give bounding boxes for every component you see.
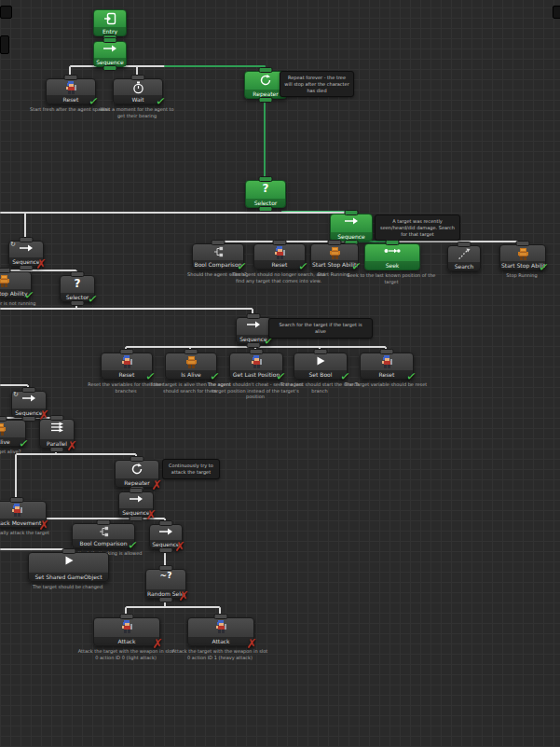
incoming-connection-tab[interactable] bbox=[131, 75, 145, 80]
comment-box: A target was recently seen/heard/did dam… bbox=[375, 214, 460, 241]
node-reset-search[interactable]: Reset✓ bbox=[253, 243, 306, 270]
repeater-icon bbox=[116, 463, 158, 476]
outgoing-connection-tab[interactable] bbox=[247, 342, 261, 348]
node-label: Start Stop Ability bbox=[500, 261, 545, 270]
outgoing-connection-tab[interactable] bbox=[50, 447, 64, 452]
incoming-connection-tab[interactable] bbox=[184, 349, 198, 354]
incoming-connection-tab[interactable] bbox=[214, 614, 228, 619]
incoming-connection-tab[interactable] bbox=[212, 240, 225, 245]
incoming-connection-tab[interactable] bbox=[0, 416, 7, 422]
incoming-connection-tab[interactable] bbox=[22, 387, 36, 393]
node-comment: Is the target alive? bbox=[0, 449, 36, 455]
node-selector-main[interactable]: ?Selector bbox=[245, 180, 286, 208]
outgoing-connection-tab[interactable] bbox=[159, 597, 173, 602]
incoming-connection-tab[interactable] bbox=[97, 519, 111, 525]
node-label: Attack bbox=[94, 637, 159, 645]
node-comment: Seek to the last known position of the t… bbox=[348, 272, 436, 284]
incoming-connection-tab[interactable] bbox=[50, 415, 64, 421]
incoming-connection-tab[interactable] bbox=[120, 614, 134, 619]
connection-line bbox=[164, 65, 266, 67]
node-parallel[interactable]: Parallel✗ bbox=[39, 419, 75, 449]
outgoing-connection-tab[interactable] bbox=[103, 65, 117, 71]
outgoing-connection-tab[interactable] bbox=[159, 547, 173, 553]
node-sequence-left[interactable]: ↻Sequence✗ bbox=[8, 241, 44, 267]
sequence-icon bbox=[9, 243, 43, 253]
node-label: Bool Comparison bbox=[193, 260, 243, 269]
node-label: Start Stop Ability bbox=[0, 289, 31, 297]
node-get-last-position[interactable]: Get Last Position✓ bbox=[229, 353, 283, 380]
node-set-bool[interactable]: Set Bool✓ bbox=[294, 353, 348, 380]
node-entry[interactable]: Entry bbox=[93, 9, 127, 36]
node-random-selector[interactable]: ~?Random Selector✗ bbox=[145, 569, 186, 599]
incoming-connection-tab[interactable] bbox=[386, 240, 400, 245]
outgoing-connection-tab[interactable] bbox=[20, 265, 34, 270]
node-sequence-attack-root[interactable]: ↻Sequence✗ bbox=[11, 391, 47, 418]
incoming-connection-tab[interactable] bbox=[64, 75, 78, 80]
incoming-connection-tab[interactable] bbox=[61, 548, 75, 554]
incoming-connection-tab[interactable] bbox=[314, 349, 328, 354]
node-is-alive-attack[interactable]: Is Alive✓ bbox=[0, 420, 26, 447]
node-reset-variables[interactable]: Reset✓ bbox=[101, 353, 153, 380]
incoming-connection-tab[interactable] bbox=[20, 237, 34, 242]
node-seek[interactable]: Seek bbox=[364, 243, 420, 270]
sprite-orc-icon bbox=[500, 247, 545, 261]
incoming-connection-tab[interactable] bbox=[380, 349, 394, 354]
behavior-tree-canvas[interactable]: EntrySequenceReset✓Start fresh after the… bbox=[0, 0, 560, 747]
node-attack-heavy[interactable]: Attack✗ bbox=[187, 617, 254, 646]
node-search[interactable]: Search bbox=[447, 245, 481, 271]
sequence-icon bbox=[150, 527, 182, 536]
offscreen-node-fragment bbox=[553, 6, 560, 19]
node-sequence-root[interactable]: Sequence bbox=[93, 41, 127, 67]
bool-icon bbox=[193, 246, 243, 257]
node-sequence-search-target[interactable]: Sequence bbox=[330, 214, 373, 242]
incoming-connection-tab[interactable] bbox=[0, 268, 11, 273]
incoming-connection-tab[interactable] bbox=[259, 67, 273, 73]
incoming-connection-tab[interactable] bbox=[103, 37, 117, 43]
incoming-connection-tab[interactable] bbox=[250, 349, 264, 354]
node-comment: The agent should start the search branch bbox=[277, 381, 362, 394]
incoming-connection-tab[interactable] bbox=[345, 210, 359, 215]
incoming-connection-tab[interactable] bbox=[10, 497, 24, 503]
node-comment: Continually attack the target bbox=[0, 530, 58, 536]
node-comment: If the target is alive then the agent sh… bbox=[143, 381, 237, 394]
outgoing-connection-tab[interactable] bbox=[259, 206, 273, 212]
node-label: Set Bool bbox=[294, 370, 347, 379]
node-comment: The target should be changed bbox=[21, 584, 115, 590]
node-bool-comparison-search[interactable]: Bool Comparison✓ bbox=[192, 243, 244, 270]
incoming-connection-tab[interactable] bbox=[120, 349, 134, 354]
node-attack-light[interactable]: Attack✗ bbox=[93, 617, 160, 646]
node-sequence-search-alive[interactable]: Sequence✓ bbox=[236, 317, 271, 344]
incoming-connection-tab[interactable] bbox=[130, 488, 143, 493]
outgoing-connection-tab[interactable] bbox=[259, 97, 273, 103]
incoming-connection-tab[interactable] bbox=[328, 240, 342, 245]
incoming-connection-tab[interactable] bbox=[130, 456, 144, 462]
node-start-stop-ability-stop[interactable]: Start Stop Ability✓ bbox=[499, 244, 546, 270]
node-set-shared-gameobject[interactable]: Set Shared GameObject bbox=[28, 552, 109, 582]
node-label: Start Stop Ability bbox=[311, 260, 358, 269]
node-attack-movement[interactable]: Attack Movement✗ bbox=[0, 501, 47, 528]
node-bool-comparison-attack[interactable]: Bool Comparison✓ bbox=[72, 523, 135, 548]
outgoing-connection-tab[interactable] bbox=[71, 300, 85, 306]
incoming-connection-tab[interactable] bbox=[273, 240, 287, 245]
node-comment: Reset the variables for the lower branch… bbox=[83, 381, 169, 394]
sprite-knight-icon bbox=[230, 355, 282, 369]
selector-icon: ? bbox=[61, 278, 94, 289]
node-is-alive-search[interactable]: Is Alive✓ bbox=[165, 353, 217, 380]
node-start-stop-ability-run[interactable]: Start Stop Ability✓ bbox=[310, 243, 359, 270]
node-reset-spawn[interactable]: Reset✓ bbox=[46, 78, 96, 104]
outgoing-connection-tab[interactable] bbox=[130, 516, 143, 521]
node-sequence-attack[interactable]: Sequence✗ bbox=[118, 491, 154, 518]
node-wait-spawn[interactable]: Wait✓ bbox=[113, 78, 163, 104]
sprite-orc-icon bbox=[166, 355, 216, 369]
incoming-connection-tab[interactable] bbox=[458, 242, 471, 247]
node-start-stop-ability-left[interactable]: Start Stop Ability✓ bbox=[0, 271, 32, 298]
incoming-connection-tab[interactable] bbox=[516, 241, 530, 246]
node-repeater-attack[interactable]: Repeater✗ bbox=[115, 460, 159, 488]
node-comment: Attack the target with the weapon in slo… bbox=[171, 648, 268, 660]
incoming-connection-tab[interactable] bbox=[159, 520, 173, 526]
node-selector-left[interactable]: ?Selector✓ bbox=[60, 275, 95, 302]
incoming-connection-tab[interactable] bbox=[247, 313, 261, 319]
node-reset-target-var[interactable]: Reset✓ bbox=[360, 353, 414, 380]
node-sequence-attack-choice[interactable]: Sequence✗ bbox=[149, 524, 183, 549]
seek-icon bbox=[365, 246, 419, 256]
